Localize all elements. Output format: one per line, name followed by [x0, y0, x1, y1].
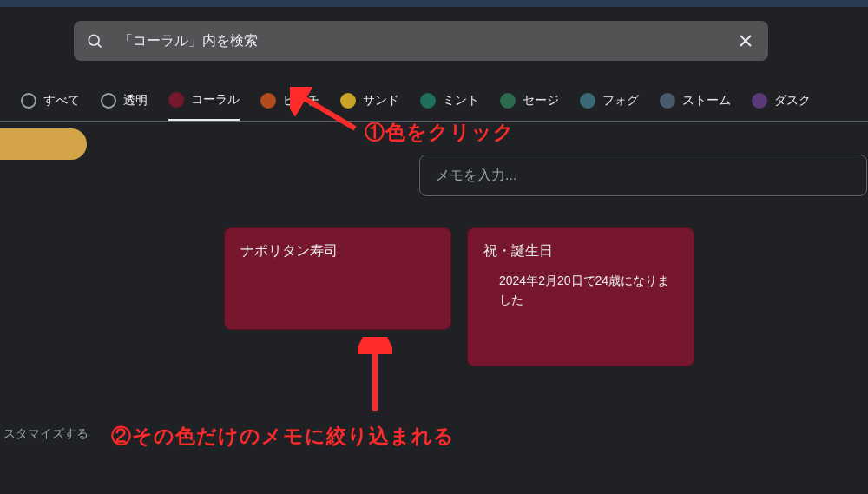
- filter-ミント[interactable]: ミント: [420, 85, 479, 121]
- sidebar-active-pill: [0, 128, 87, 160]
- close-icon[interactable]: [735, 30, 756, 51]
- note-title: 祝・誕生日: [483, 242, 678, 260]
- note-card[interactable]: 祝・誕生日2024年2月20日で24歳になりました: [467, 227, 694, 366]
- color-filter-bar: すべて透明コーラルピーチサンドミントセージフォグストームダスク: [0, 85, 868, 122]
- note-input-placeholder: メモを入力...: [436, 167, 516, 185]
- color-swatch-icon: [752, 93, 767, 109]
- filter-ピーチ[interactable]: ピーチ: [260, 85, 319, 121]
- note-card[interactable]: ナポリタン寿司: [224, 227, 451, 330]
- note-input[interactable]: メモを入力...: [419, 155, 867, 196]
- customize-link[interactable]: スタマイズする: [0, 426, 89, 442]
- color-swatch-icon: [660, 93, 675, 109]
- filter-セージ[interactable]: セージ: [500, 85, 559, 121]
- svg-line-1: [98, 44, 102, 48]
- filter-label: ストーム: [682, 93, 731, 109]
- filter-label: すべて: [43, 93, 80, 109]
- color-swatch-icon: [101, 93, 116, 109]
- annotation-2: ②その色だけのメモに絞り込まれる: [111, 423, 455, 450]
- filter-ダスク[interactable]: ダスク: [752, 85, 811, 121]
- notes-grid: ナポリタン寿司祝・誕生日2024年2月20日で24歳になりました: [224, 227, 694, 366]
- annotation-1: ①色をクリック: [365, 119, 515, 146]
- note-title: ナポリタン寿司: [240, 242, 435, 260]
- svg-point-0: [89, 35, 99, 45]
- filter-フォグ[interactable]: フォグ: [580, 85, 639, 121]
- filter-label: コーラル: [191, 92, 240, 108]
- color-swatch-icon: [21, 93, 36, 109]
- filter-label: ピーチ: [283, 93, 319, 109]
- filter-すべて[interactable]: すべて: [21, 85, 80, 121]
- color-swatch-icon: [500, 93, 516, 109]
- filter-コーラル[interactable]: コーラル: [168, 85, 240, 121]
- filter-透明[interactable]: 透明: [101, 85, 148, 121]
- color-swatch-icon: [168, 92, 184, 108]
- color-swatch-icon: [340, 93, 356, 109]
- filter-label: ダスク: [774, 93, 811, 109]
- search-icon: [86, 32, 103, 49]
- filter-label: 透明: [123, 93, 148, 109]
- note-body: 2024年2月20日で24歳になりました: [483, 271, 678, 310]
- filter-label: フォグ: [602, 93, 639, 109]
- filter-label: サンド: [363, 93, 399, 109]
- filter-サンド[interactable]: サンド: [340, 85, 399, 121]
- color-swatch-icon: [260, 93, 276, 109]
- filter-label: ミント: [443, 93, 479, 109]
- filter-ストーム[interactable]: ストーム: [660, 85, 731, 121]
- color-swatch-icon: [580, 93, 595, 109]
- filter-label: セージ: [523, 93, 559, 109]
- window-titlebar: [0, 0, 868, 7]
- color-swatch-icon: [420, 93, 436, 109]
- search-placeholder: 「コーラル」内を検索: [119, 32, 735, 50]
- search-bar[interactable]: 「コーラル」内を検索: [74, 21, 768, 61]
